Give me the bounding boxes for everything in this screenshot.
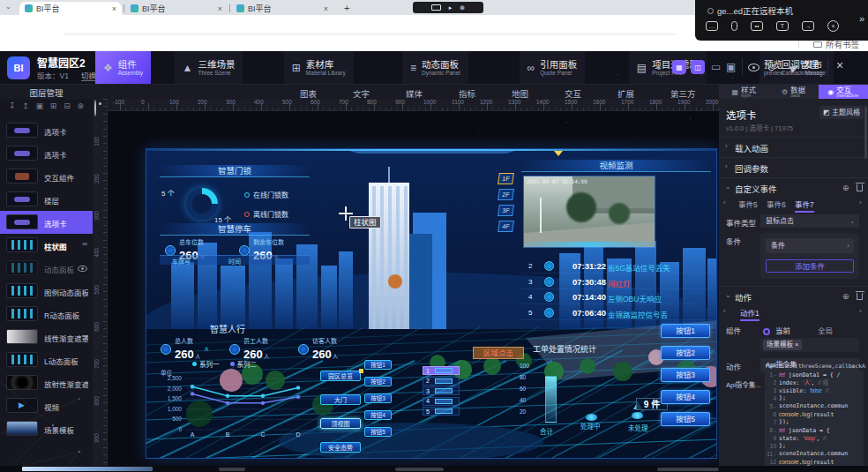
- floor-button-1F[interactable]: 1F: [498, 173, 514, 184]
- toolbar-button-dynamic-panel[interactable]: ≡动态面板Dynamic Panel: [402, 51, 468, 84]
- add-action-icon[interactable]: ⊕: [842, 292, 849, 301]
- cursor-icon[interactable]: ▸: [449, 4, 453, 11]
- close-editor-icon[interactable]: ×: [836, 58, 843, 72]
- eye-icon[interactable]: [78, 266, 86, 272]
- release-button[interactable]: 发布 release: [790, 56, 822, 79]
- mid-button[interactable]: 按钮1: [364, 360, 392, 370]
- side-button[interactable]: 按钮1: [661, 324, 710, 338]
- add-event-icon[interactable]: ⊕: [842, 184, 849, 192]
- nav-button[interactable]: 安全态势: [320, 442, 361, 453]
- browser-tab[interactable]: BI平台×: [19, 2, 122, 15]
- side-button[interactable]: 按钮3: [661, 368, 710, 382]
- minimized-preview-strip[interactable]: [22, 467, 153, 471]
- event-type-select[interactable]: 鼠标点击⌄: [760, 214, 859, 228]
- scrollbar-thumb[interactable]: [657, 468, 719, 471]
- scope-current-label[interactable]: 当前: [775, 325, 790, 335]
- tab-close-icon[interactable]: ×: [324, 4, 328, 13]
- category-tab-6[interactable]: 交互: [565, 87, 581, 100]
- gamepad-icon[interactable]: ••: [751, 21, 763, 31]
- video-feed[interactable]: 2021-05-07 16:14:59: [523, 176, 655, 248]
- end-session-icon[interactable]: ×: [827, 20, 839, 32]
- snapshot-icon[interactable]: ▣: [726, 61, 736, 73]
- component-tag[interactable]: 场景模板 ×: [763, 340, 802, 350]
- layer-tool-copy-icon[interactable]: ▣: [36, 101, 44, 110]
- dashboard-artboard[interactable]: 智慧门锁 5 个 15 个 在线门锁数离线门锁数 智慧停车 总车位数260 个剩…: [146, 148, 717, 459]
- microphone-icon[interactable]: [731, 21, 737, 31]
- horizontal-ruler[interactable]: -100010020030040050060070080090010001100…: [108, 99, 719, 111]
- preview-button[interactable]: 预览 preview: [748, 56, 783, 79]
- toolbar-button-assembly[interactable]: ❖组件Assembly: [95, 51, 151, 84]
- browser-tab[interactable]: BI平台×: [231, 2, 333, 15]
- layer-tool-move-down-icon[interactable]: ↧: [9, 101, 16, 110]
- category-tab-2[interactable]: 文字: [353, 87, 370, 100]
- numbered-row[interactable]: 5: [423, 407, 460, 416]
- nav-button[interactable]: 园区总览: [320, 371, 361, 381]
- vertical-ruler[interactable]: 100200300400500600700800900: [93, 99, 108, 472]
- nav-button[interactable]: 大门: [320, 394, 361, 405]
- chat-icon[interactable]: …: [706, 21, 718, 31]
- code-editor[interactable]: 1 -let jsonData1 = { /2 index: '人', // 组…: [765, 371, 864, 468]
- layer-item[interactable]: 选项卡: [0, 211, 93, 234]
- mid-button[interactable]: 按钮2: [364, 377, 392, 386]
- inspector-tab-interactive[interactable]: ◉交互interactive: [819, 85, 868, 100]
- layer-tool-lock-icon[interactable]: ⊟: [64, 101, 71, 110]
- layer-item[interactable]: 交互组件: [0, 165, 93, 188]
- side-button[interactable]: 按钮2: [661, 346, 710, 360]
- side-button[interactable]: 按钮4: [661, 390, 710, 404]
- link-icon[interactable]: ∞: [82, 240, 87, 248]
- mid-button[interactable]: 按钮3: [364, 393, 392, 403]
- layer-item[interactable]: 图例动态面板: [0, 280, 93, 303]
- mid-button[interactable]: 按钮5: [364, 427, 392, 437]
- browser-tab[interactable]: BI平台×: [125, 2, 228, 15]
- side-button[interactable]: 按钮5: [661, 412, 710, 426]
- pedestrian-panel[interactable]: 智慧人行 总人数260 人˄员工人数260 人访客人数260 人: [155, 322, 420, 361]
- scope-current-radio[interactable]: [763, 323, 770, 339]
- prev-tab-icon[interactable]: ‹: [723, 199, 726, 206]
- prev-tab-icon[interactable]: ‹: [723, 307, 726, 315]
- category-tab-7[interactable]: 扩展: [617, 87, 634, 100]
- new-tab-button[interactable]: +: [344, 3, 349, 13]
- layer-item[interactable]: R动态面板: [0, 303, 93, 326]
- panel-toggle-b-icon[interactable]: ◫: [691, 60, 705, 74]
- panel-toggle-a-icon[interactable]: ▦: [672, 60, 686, 74]
- passenger-line-chart[interactable]: 系列一系列二 单位2,5002,0001,5001,0005000ABCD: [157, 359, 333, 440]
- inspector-tab-style[interactable]: ▦样式style: [719, 85, 768, 100]
- event-list[interactable]: 207:31:22街5G基站信号丢失307:30:48闯红灯407:14:40左…: [521, 258, 711, 320]
- event-tab[interactable]: 事件6: [767, 199, 786, 209]
- event-tab[interactable]: 事件7: [795, 199, 814, 213]
- event-row[interactable]: 307:30:48闯红灯: [521, 274, 711, 289]
- area-click-chip[interactable]: 区域点击: [473, 347, 524, 359]
- remove-tag-icon[interactable]: ×: [795, 341, 798, 348]
- delete-event-icon[interactable]: [857, 184, 863, 191]
- parking-panel[interactable]: 智慧停车 总车位数260 个剩余车位数260 个 车牌号 时间: [160, 223, 310, 236]
- door-lock-panel[interactable]: 智慧门锁 5 个 15 个 在线门锁数离线门锁数: [160, 165, 310, 177]
- inspector-tab-data[interactable]: ⚙数据data: [768, 85, 818, 100]
- toolbar-button-material-library[interactable]: ⊞素材库Material Library: [284, 51, 354, 84]
- mid-button[interactable]: 按钮4: [364, 410, 392, 420]
- category-tab-1[interactable]: 图表: [300, 87, 317, 100]
- scrollbar-thumb[interactable]: [219, 468, 245, 471]
- ruler-eye-icon[interactable]: [94, 100, 96, 116]
- next-tab-icon[interactable]: ›: [859, 199, 862, 206]
- expand-overlay-icon[interactable]: »: [859, 13, 864, 24]
- tab-close-icon[interactable]: ×: [218, 4, 222, 13]
- floor-button-4F[interactable]: 4F: [498, 221, 514, 232]
- layer-item[interactable]: 动态面板: [0, 257, 93, 280]
- panel-scrollbar[interactable]: [864, 106, 867, 159]
- document-icon[interactable]: ▭: [711, 61, 721, 73]
- layer-item[interactable]: 楼层: [0, 188, 93, 211]
- condition-select[interactable]: 条件›: [766, 238, 854, 253]
- scrollbar-thumb[interactable]: [395, 468, 444, 471]
- event-row[interactable]: 507:06:40金锦路监控信号丢: [521, 305, 711, 320]
- numbered-row[interactable]: 4: [423, 397, 460, 406]
- layer-item[interactable]: 选项卡: [0, 142, 93, 165]
- text-tool-icon[interactable]: T: [776, 21, 789, 31]
- category-tab-3[interactable]: 媒体: [406, 87, 423, 100]
- floor-button-2F[interactable]: 2F: [498, 189, 514, 200]
- layer-tool-delete-icon[interactable]: ⊗: [78, 101, 85, 110]
- category-tab-5[interactable]: 地图: [512, 87, 528, 100]
- toolbar-button-quote-panel[interactable]: ∞引用面板Quote Panel: [520, 51, 586, 84]
- toolbar-button-three-scene[interactable]: ▲三维场景Three Scene: [175, 51, 243, 84]
- layer-tool-duplicate-icon[interactable]: ⊞: [50, 101, 57, 110]
- section-custom-events[interactable]: ⌄ 自定义事件 ⊕: [719, 177, 868, 196]
